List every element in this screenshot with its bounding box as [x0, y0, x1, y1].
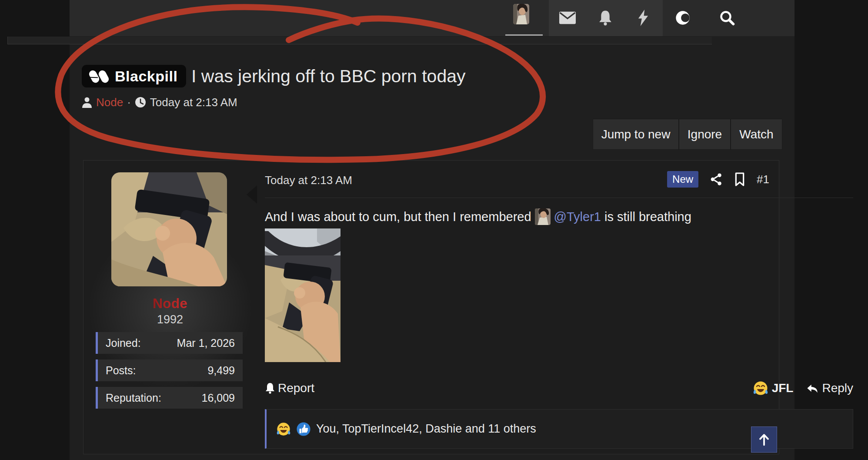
- post-text-before: And I was about to cum, but then I remem…: [265, 210, 531, 224]
- page: Blackpill I was jerking off to BBC porn …: [0, 0, 868, 460]
- nav-user-avatar[interactable]: [513, 4, 529, 24]
- activity-button[interactable]: [633, 8, 653, 28]
- mention-link[interactable]: @Tyler1: [554, 210, 601, 224]
- post-header-tools: New #1: [667, 171, 769, 188]
- post-text-after: is still breathing: [604, 210, 691, 224]
- stat-label: Joined:: [106, 337, 141, 349]
- clock-icon: [135, 97, 146, 108]
- theme-toggle-icon: [674, 10, 691, 25]
- blackpill-pills-icon: [89, 68, 110, 84]
- avatar-photo-gun-hand: [111, 172, 227, 286]
- nav-selected-underline: [505, 34, 543, 36]
- bookmark-button[interactable]: [734, 172, 745, 186]
- user-avatar-photo: [513, 4, 529, 24]
- meta-separator: ·: [127, 96, 131, 109]
- bookmark-icon: [734, 172, 745, 186]
- envelope-icon: [559, 11, 576, 24]
- search-button[interactable]: [717, 8, 737, 28]
- jump-to-new-button[interactable]: Jump to new: [593, 119, 678, 149]
- stat-row-posts: Posts: 9,499: [96, 359, 243, 381]
- reply-button[interactable]: Reply: [806, 381, 853, 395]
- stat-value: Mar 1, 2026: [177, 337, 235, 349]
- post-timestamp[interactable]: Today at 2:13 AM: [265, 174, 352, 187]
- scroll-to-top-button[interactable]: [751, 426, 777, 453]
- reply-arrow-icon: [806, 382, 818, 394]
- post-author-year: 1992: [83, 313, 257, 326]
- share-icon: [710, 173, 723, 186]
- thread-meta: Node · Today at 2:13 AM: [82, 95, 237, 110]
- stat-value: 16,009: [202, 392, 235, 404]
- thread-prefix-badge[interactable]: Blackpill: [82, 65, 186, 87]
- joy-emoji-icon: [753, 380, 768, 396]
- stat-label: Posts:: [106, 364, 136, 377]
- top-nav: [70, 0, 795, 36]
- thread-title: I was jerking off to BBC porn today: [191, 66, 466, 87]
- joy-emoji-icon: [276, 422, 291, 436]
- stat-row-joined: Joined: Mar 1, 2026: [96, 332, 243, 354]
- report-label: Report: [278, 381, 314, 395]
- thread-timestamp: Today at 2:13 AM: [150, 96, 237, 109]
- messages-button[interactable]: [558, 8, 578, 28]
- theme-toggle-button[interactable]: [673, 8, 693, 28]
- lightning-bolt-icon: [637, 10, 650, 26]
- person-icon: [82, 97, 92, 108]
- attached-photo-gun-car: [265, 228, 341, 362]
- thread-author-link[interactable]: Node: [96, 96, 123, 109]
- post-footer-right: JFL Reply: [753, 380, 853, 396]
- up-arrow-icon: [757, 432, 771, 447]
- post-bubble-tail: [247, 185, 257, 204]
- post-header-separator: [265, 198, 853, 198]
- post-card: Node 1992 Joined: Mar 1, 2026 Posts: 9,4…: [83, 160, 779, 454]
- post-body: And I was about to cum, but then I remem…: [265, 208, 853, 225]
- thread-actions: Jump to new Ignore Watch: [593, 119, 782, 150]
- stat-value: 9,499: [207, 364, 235, 377]
- collapsed-breadcrumb-bar: [7, 37, 712, 44]
- share-button[interactable]: [710, 173, 723, 186]
- jfl-label: JFL: [772, 381, 794, 395]
- post-footer: Report JFL: [265, 379, 853, 397]
- thread-prefix-label: Blackpill: [115, 68, 177, 85]
- post-author-avatar[interactable]: [111, 172, 227, 286]
- post-author-name[interactable]: Node: [83, 295, 257, 312]
- bell-icon: [598, 10, 613, 26]
- reply-label: Reply: [822, 381, 853, 395]
- stat-row-reputation: Reputation: 16,009: [96, 387, 243, 409]
- report-button[interactable]: Report: [265, 381, 314, 395]
- ignore-button[interactable]: Ignore: [679, 119, 730, 149]
- search-icon: [719, 10, 735, 26]
- post-attached-image[interactable]: [265, 228, 341, 362]
- reactions-summary: You, TopTierIncel42, Dashie and 11 other…: [316, 422, 536, 436]
- post-number-link[interactable]: #1: [757, 173, 769, 186]
- mention-avatar-photo: [535, 208, 551, 225]
- report-bell-icon: [265, 382, 275, 394]
- alerts-button[interactable]: [595, 8, 615, 28]
- thumbs-up-icon: [296, 422, 311, 436]
- stat-label: Reputation:: [106, 392, 161, 404]
- mention-avatar: [535, 208, 551, 225]
- new-badge: New: [667, 171, 698, 188]
- watch-button[interactable]: Watch: [731, 119, 782, 149]
- jfl-reaction-button[interactable]: JFL: [753, 380, 794, 396]
